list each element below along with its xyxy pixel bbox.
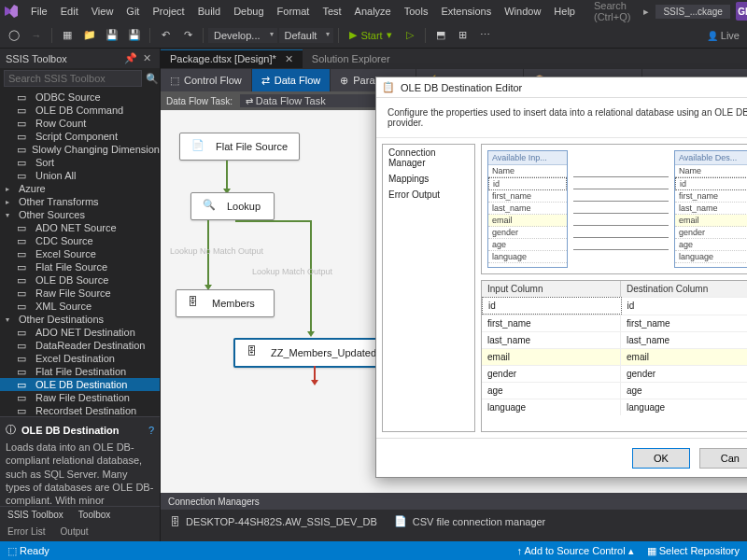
group-other-sources[interactable]: Other Sources [0,208,160,221]
ok-button[interactable]: OK [632,448,690,469]
grid-in-1[interactable]: first_name [482,315,621,331]
out-col-firstname[interactable]: first_name [675,190,747,203]
menu-format[interactable]: Format [271,3,317,20]
item-oledb-source[interactable]: ▭OLE DB Source [0,273,160,287]
node-flat-file-source[interactable]: 📄Flat File Source [179,133,300,161]
out-col-language[interactable]: language [675,251,747,263]
cm-header[interactable]: Connection Managers [161,494,747,510]
item-odbc-source[interactable]: ▭ODBC Source [0,91,160,104]
arrow-match-v[interactable] [310,220,312,332]
start-without-debug-icon[interactable]: ▷ [400,25,420,46]
menu-window[interactable]: Window [498,3,547,20]
item-oledb-dest[interactable]: ▭OLE DB Destination [0,378,160,391]
in-col-age[interactable]: age [488,239,567,251]
menu-git[interactable]: Git [120,3,146,20]
grid-in-6[interactable]: language [482,399,621,415]
toolbar-btn-3[interactable]: ⋯ [475,25,496,46]
menu-debug[interactable]: Debug [227,3,270,20]
in-col-lastname[interactable]: last_name [488,203,567,215]
menu-help[interactable]: Help [547,3,582,20]
menu-view[interactable]: View [85,3,120,20]
new-project-icon[interactable]: ▦ [57,25,78,46]
grid-in-2[interactable]: last_name [482,331,621,348]
menu-project[interactable]: Project [146,3,190,20]
search-icon[interactable]: 🔍 [142,73,162,85]
item-excel-source[interactable]: ▭Excel Source [0,247,160,260]
out-col-lastname[interactable]: last_name [675,203,747,215]
grid-in-4[interactable]: gender [482,365,621,382]
search-go-icon[interactable]: ▸ [637,3,655,21]
item-flatfile-dest[interactable]: ▭Flat File Destination [0,365,160,378]
grid-in-3[interactable]: email [482,348,621,365]
cm-item-2[interactable]: 📄CSV file connection manager [394,515,545,527]
item-flatfile-source[interactable]: ▭Flat File Source [0,260,160,273]
node-lookup[interactable]: 🔍Lookup [190,192,275,220]
item-row-count[interactable]: ▭Row Count [0,117,160,130]
menu-analyze[interactable]: Analyze [348,3,398,20]
grid-header-dest[interactable]: Destination Column [621,281,747,297]
tab-toolbox[interactable]: Toolbox [71,507,118,525]
out-col-email[interactable]: email [675,215,747,227]
item-sort[interactable]: ▭Sort [0,156,160,169]
group-azure[interactable]: Azure [0,182,160,195]
out-col-id[interactable]: id [675,177,747,190]
save-icon[interactable]: 💾 [102,25,122,46]
item-script-component[interactable]: ▭Script Component [0,130,160,143]
live-share[interactable]: 👤 Live [707,30,743,41]
grid-header-input[interactable]: Input Column [482,281,621,297]
grid-out-2[interactable]: last_name [621,331,747,348]
menu-test[interactable]: Test [316,3,347,20]
side-error-output[interactable]: Error Output [383,187,474,203]
in-col-email[interactable]: email [488,215,567,227]
doc-tab-package[interactable]: Package.dtsx [Design]* ✕ [161,49,303,68]
grid-out-4[interactable]: gender [621,365,747,382]
save-all-icon[interactable]: 💾 [124,25,145,46]
available-input-columns[interactable]: Available Inp... Name id first_name last… [487,150,568,268]
in-col-gender[interactable]: gender [488,227,567,239]
in-col-id[interactable]: id [488,177,567,190]
close-panel-icon[interactable]: ✕ [140,52,154,64]
arrow-1[interactable] [226,161,228,189]
item-rawfile-source[interactable]: ▭Raw File Source [0,287,160,300]
item-adonet-dest[interactable]: ▭ADO NET Destination [0,326,160,339]
tab-output[interactable]: Output [53,525,96,541]
in-col-language[interactable]: language [488,251,567,263]
designer-tab-data-flow[interactable]: ⇄Data Flow [252,69,331,91]
menu-tools[interactable]: Tools [398,3,435,20]
mapping-grid[interactable]: Input Column Destination Column idid fir… [481,280,747,432]
node-zz-members-updated[interactable]: 🗄ZZ_Members_Updated [233,338,392,368]
open-icon[interactable]: 📁 [79,25,100,46]
available-dest-columns[interactable]: Available Des... Name id first_name last… [674,150,747,268]
user-avatar[interactable]: GH [736,2,747,21]
grid-in-0[interactable]: id [482,297,622,315]
help-icon[interactable]: ? [148,425,154,436]
grid-out-5[interactable]: age [621,382,747,399]
tab-error-list[interactable]: Error List [0,525,53,541]
item-recordset-dest[interactable]: ▭Recordset Destination [0,404,160,416]
menu-file[interactable]: File [24,3,54,20]
item-datareader-dest[interactable]: ▭DataReader Destination [0,339,160,352]
out-col-gender[interactable]: gender [675,227,747,239]
toolbar-btn-2[interactable]: ⊞ [453,25,473,46]
start-button[interactable]: ▶ Start ▾ [344,27,397,43]
group-other-dest[interactable]: Other Destinations [0,313,160,326]
toolbar-btn-1[interactable]: ⬒ [430,25,451,46]
designer-tab-control-flow[interactable]: ⬚Control Flow [161,69,252,91]
item-excel-dest[interactable]: ▭Excel Destination [0,352,160,365]
grid-out-3[interactable]: email [621,348,747,365]
grid-out-6[interactable]: language [621,399,747,415]
item-oledb-command[interactable]: ▭OLE DB Command [0,104,160,117]
solution-selector[interactable]: SSIS_...ckage [655,5,729,19]
select-repository[interactable]: ▦ Select Repository [647,545,740,557]
group-other-transforms[interactable]: Other Transforms [0,195,160,208]
item-adonet-source[interactable]: ▭ADO NET Source [0,221,160,234]
arrow-error[interactable] [314,366,316,381]
out-col-age[interactable]: age [675,239,747,251]
side-mappings[interactable]: Mappings [383,171,474,187]
add-source-control[interactable]: ↑ Add to Source Control ▴ [516,545,633,557]
grid-in-5[interactable]: age [482,382,621,399]
cancel-button[interactable]: Can [699,448,747,469]
platform-dropdown[interactable]: Default [279,28,334,43]
nav-back-icon[interactable]: ◯ [4,25,24,46]
menu-extensions[interactable]: Extensions [434,3,498,20]
